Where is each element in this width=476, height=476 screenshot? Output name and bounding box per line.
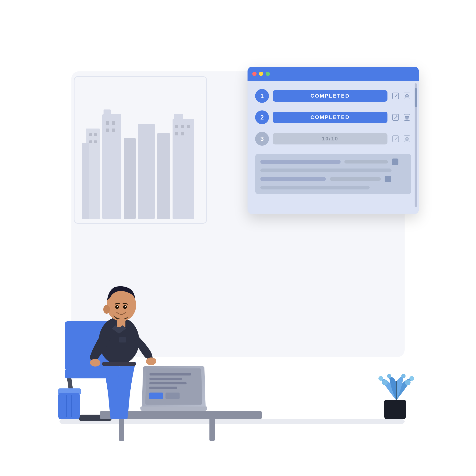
svg-rect-4 bbox=[124, 138, 136, 219]
svg-rect-6 bbox=[157, 133, 170, 219]
svg-rect-56 bbox=[150, 378, 182, 380]
svg-rect-20 bbox=[175, 132, 178, 136]
svg-point-63 bbox=[382, 380, 388, 385]
svg-rect-25 bbox=[406, 94, 408, 95]
svg-rect-47 bbox=[119, 337, 126, 342]
svg-point-64 bbox=[405, 380, 410, 385]
svg-rect-57 bbox=[149, 382, 186, 384]
svg-rect-19 bbox=[187, 125, 190, 128]
dot-green bbox=[266, 72, 270, 76]
content-line-1 bbox=[260, 160, 340, 164]
task-row-3: 3 10/10 bbox=[255, 130, 411, 147]
plant-leaves bbox=[377, 369, 415, 403]
svg-rect-8 bbox=[174, 114, 183, 124]
scrollbar[interactable] bbox=[415, 83, 417, 207]
svg-rect-5 bbox=[138, 124, 155, 219]
svg-point-65 bbox=[378, 376, 383, 381]
dot-yellow bbox=[259, 72, 263, 76]
content-row-1 bbox=[260, 158, 406, 165]
laptop-base bbox=[140, 407, 207, 411]
delete-icon-1[interactable] bbox=[403, 92, 411, 100]
svg-rect-11 bbox=[89, 140, 92, 143]
task-bar-3[interactable]: 10/10 bbox=[273, 133, 388, 144]
svg-rect-23 bbox=[404, 93, 410, 99]
scrollbar-thumb[interactable] bbox=[415, 88, 417, 107]
bottom-content-panel bbox=[255, 154, 411, 194]
ui-panel: 1 COMPLETED bbox=[248, 67, 419, 214]
svg-rect-16 bbox=[112, 129, 115, 132]
dot-red bbox=[252, 72, 256, 76]
task-number-3: 3 bbox=[255, 132, 269, 146]
delete-icon-3[interactable] bbox=[403, 135, 411, 143]
task-number-1: 1 bbox=[255, 89, 269, 103]
svg-rect-13 bbox=[106, 121, 109, 125]
svg-rect-59 bbox=[149, 392, 163, 399]
svg-rect-60 bbox=[165, 392, 180, 399]
svg-point-42 bbox=[103, 305, 110, 314]
svg-rect-17 bbox=[175, 125, 178, 128]
svg-point-68 bbox=[401, 374, 406, 378]
task-number-2: 2 bbox=[255, 110, 269, 124]
panel-body: 1 COMPLETED bbox=[248, 81, 419, 201]
svg-rect-10 bbox=[94, 133, 97, 136]
edit-icon-3[interactable] bbox=[391, 135, 400, 143]
svg-rect-1 bbox=[82, 143, 89, 219]
svg-rect-46 bbox=[102, 362, 136, 366]
task-bar-1[interactable]: COMPLETED bbox=[273, 90, 388, 102]
edit-icon-2[interactable] bbox=[391, 113, 400, 122]
content-row-2 bbox=[260, 176, 406, 182]
delete-icon-2[interactable] bbox=[403, 113, 411, 122]
task-row-1: 1 COMPLETED bbox=[255, 87, 411, 104]
task-bar-2[interactable]: COMPLETED bbox=[273, 112, 388, 123]
laptop-screen bbox=[142, 366, 206, 407]
svg-point-66 bbox=[409, 376, 414, 381]
svg-point-52 bbox=[117, 306, 118, 307]
scene: 1 COMPLETED bbox=[24, 24, 452, 452]
svg-point-45 bbox=[146, 357, 156, 365]
svg-rect-37 bbox=[406, 137, 408, 137]
svg-rect-15 bbox=[106, 129, 109, 132]
task-actions-2 bbox=[391, 113, 411, 122]
city-skyline bbox=[81, 90, 200, 219]
svg-rect-55 bbox=[150, 373, 191, 375]
edit-icon-1[interactable] bbox=[391, 92, 400, 100]
content-line-2 bbox=[344, 160, 388, 164]
svg-point-53 bbox=[125, 306, 126, 307]
content-line-3 bbox=[260, 169, 391, 172]
task-actions-1 bbox=[391, 92, 411, 100]
task-actions-3 bbox=[391, 135, 411, 143]
svg-rect-35 bbox=[404, 136, 410, 142]
svg-rect-31 bbox=[406, 116, 408, 116]
content-line-5 bbox=[330, 177, 381, 181]
svg-rect-9 bbox=[89, 133, 92, 136]
plant bbox=[377, 372, 415, 419]
svg-rect-29 bbox=[404, 114, 410, 120]
content-action-1[interactable] bbox=[392, 158, 398, 165]
content-line-6 bbox=[260, 186, 370, 189]
svg-rect-18 bbox=[181, 125, 184, 128]
laptop-screen-display bbox=[142, 366, 206, 407]
task-row-2: 2 COMPLETED bbox=[255, 109, 411, 126]
svg-rect-21 bbox=[181, 132, 184, 136]
svg-rect-58 bbox=[149, 387, 177, 389]
floor bbox=[60, 419, 405, 424]
content-action-2[interactable] bbox=[385, 176, 391, 182]
svg-rect-14 bbox=[112, 121, 115, 125]
content-line-4 bbox=[260, 177, 326, 181]
svg-point-44 bbox=[90, 359, 101, 367]
svg-point-67 bbox=[387, 374, 391, 378]
plant-pot bbox=[384, 400, 406, 419]
svg-rect-12 bbox=[94, 140, 97, 143]
panel-header bbox=[248, 67, 419, 81]
